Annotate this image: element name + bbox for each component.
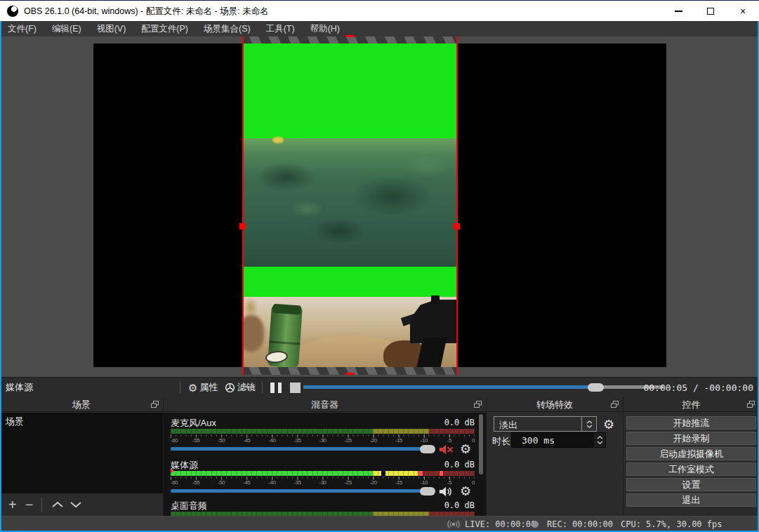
close-button[interactable]: × (727, 1, 759, 22)
channel-volume-db: 0.0 dB (444, 500, 475, 510)
chevron-down-icon (586, 425, 593, 428)
menu-edit[interactable]: 编辑(E) (44, 21, 89, 36)
exit-button[interactable]: 退出 (626, 493, 756, 507)
volume-slider-handle[interactable] (420, 487, 435, 496)
minimize-button[interactable] (662, 1, 694, 22)
shadow (243, 315, 264, 352)
scenes-panel: 场景 场景 + − (0, 397, 163, 516)
maximize-button[interactable] (694, 1, 727, 22)
transition-select[interactable]: 淡出 (494, 416, 597, 432)
volume-slider-handle[interactable] (420, 445, 435, 453)
greenscreen-mid (243, 267, 457, 297)
meter-tick-label: -45 (243, 479, 250, 486)
media-time: 00:00:05 / -00:00:00 (643, 383, 753, 393)
obs-window: OBS 26.1.0 (64-bit, windows) - 配置文件: 未命名… (0, 0, 759, 532)
pause-button[interactable] (270, 383, 282, 393)
seek-handle[interactable] (588, 383, 604, 392)
meter-tick-label: -10 (421, 479, 428, 486)
menu-tools[interactable]: 工具(T) (258, 21, 303, 36)
rec-dot-icon (532, 521, 539, 528)
spin-arrows[interactable] (594, 433, 605, 447)
controls-title: 控件 (623, 399, 759, 411)
meter-tick-label: -15 (395, 479, 402, 486)
minimize-icon (675, 11, 682, 12)
resize-handle-bottom[interactable] (345, 373, 355, 375)
preview-area[interactable] (0, 36, 759, 377)
filters-button[interactable]: 滤镜 (225, 380, 256, 394)
popout-icon[interactable] (610, 400, 619, 409)
resize-handle-top[interactable] (345, 35, 355, 37)
controls-panel: 控件 开始推流 开始录制 启动虚拟摄像机 工作室模式 设置 退出 (623, 397, 759, 516)
channel-settings-gear-icon[interactable]: ⚙ (460, 485, 471, 498)
popout-icon[interactable] (150, 400, 159, 409)
channel-volume-db: 0.0 dB (444, 418, 475, 427)
resize-handle-right[interactable] (454, 223, 460, 230)
remove-scene-button[interactable]: − (25, 498, 34, 512)
properties-button[interactable]: ⚙ 属性 (188, 380, 218, 394)
menu-bar: 文件(F) 编辑(E) 视图(V) 配置文件(P) 场景集合(S) 工具(T) … (0, 21, 759, 36)
meter-tick-label: -35 (293, 437, 301, 444)
meter-tick-label: -20 (370, 479, 377, 486)
channel-volume-db: 0.0 dB (444, 460, 475, 470)
meter-tick-label: -30 (319, 479, 326, 486)
mixer-header[interactable]: 混音器 (164, 397, 486, 412)
media-source-video[interactable] (243, 44, 457, 367)
menu-profile[interactable]: 配置文件(P) (133, 21, 196, 36)
combo-arrows[interactable] (581, 417, 596, 431)
popout-icon[interactable] (746, 400, 755, 409)
mixer-panel: 混音器 麦克风/Aux 0.0 dB -60-55-50-45-40-35-30… (164, 397, 486, 516)
studio-mode-button[interactable]: 工作室模式 (626, 463, 756, 476)
menu-scene-collection[interactable]: 场景集合(S) (196, 21, 258, 36)
meter-tick-label: -45 (243, 437, 250, 444)
channel-settings-gear-icon[interactable]: ⚙ (460, 443, 471, 455)
meter-tick-label: -50 (218, 437, 225, 444)
speaker-icon[interactable] (439, 486, 454, 498)
selection-border-left[interactable] (242, 36, 244, 375)
volume-slider[interactable] (171, 489, 434, 493)
live-timer: LIVE: 00:00:00 (465, 519, 536, 529)
selection-border-right[interactable] (456, 36, 458, 375)
stop-button[interactable] (290, 383, 301, 393)
meter-tick-label: -10 (421, 437, 428, 444)
chevron-up-icon (597, 436, 603, 439)
meter-tick-label: -55 (192, 437, 199, 444)
menu-file[interactable]: 文件(F) (0, 21, 44, 36)
mixer-channel-mic: 麦克风/Aux 0.0 dB -60-55-50-45-40-35-30-25-… (164, 417, 486, 459)
menu-view[interactable]: 视图(V) (89, 21, 134, 36)
menu-help[interactable]: 帮助(H) (303, 21, 348, 36)
green-bottle (268, 305, 303, 367)
move-scene-down-button[interactable] (70, 501, 81, 508)
mute-icon[interactable] (439, 444, 454, 455)
popout-icon[interactable] (473, 400, 482, 409)
gear-icon: ⚙ (188, 383, 197, 393)
controls-header[interactable]: 控件 (623, 397, 759, 412)
scenes-body: 场景 + − (0, 413, 163, 516)
duration-spinbox[interactable]: 300 ms (511, 432, 606, 448)
add-scene-button[interactable]: + (8, 498, 17, 512)
volume-meter (171, 471, 475, 476)
transition-settings-gear-icon[interactable]: ⚙ (603, 418, 614, 431)
volume-slider[interactable] (171, 447, 434, 451)
scene-list-item[interactable]: 场景 (6, 415, 24, 428)
mixer-body: 麦克风/Aux 0.0 dB -60-55-50-45-40-35-30-25-… (164, 413, 486, 516)
seek-slider[interactable] (303, 385, 664, 389)
resize-handle-left[interactable] (239, 223, 246, 230)
scene-list[interactable]: 场景 (0, 413, 163, 493)
meter-tick-label: -60 (171, 437, 178, 444)
start-streaming-button[interactable]: 开始推流 (626, 416, 756, 430)
mixer-scrollbar[interactable] (479, 414, 483, 474)
meter-scale: -60-55-50-45-40-35-30-25-20-15-10-50 (171, 437, 475, 444)
start-recording-button[interactable]: 开始录制 (626, 432, 756, 445)
meter-tick-label: -40 (268, 437, 275, 444)
mixer-title: 混音器 (164, 399, 486, 411)
scenes-header[interactable]: 场景 (0, 397, 163, 412)
transition-selected-value: 淡出 (499, 419, 517, 432)
settings-button[interactable]: 设置 (626, 478, 756, 491)
transitions-header[interactable]: 转场特效 (487, 397, 623, 412)
start-virtual-camera-button[interactable]: 启动虚拟摄像机 (626, 447, 756, 460)
separator (180, 382, 180, 393)
move-scene-up-button[interactable] (52, 501, 63, 508)
controls-body: 开始推流 开始录制 启动虚拟摄像机 工作室模式 设置 退出 (623, 413, 759, 516)
close-icon: × (740, 6, 746, 16)
gun-knob (431, 295, 440, 304)
